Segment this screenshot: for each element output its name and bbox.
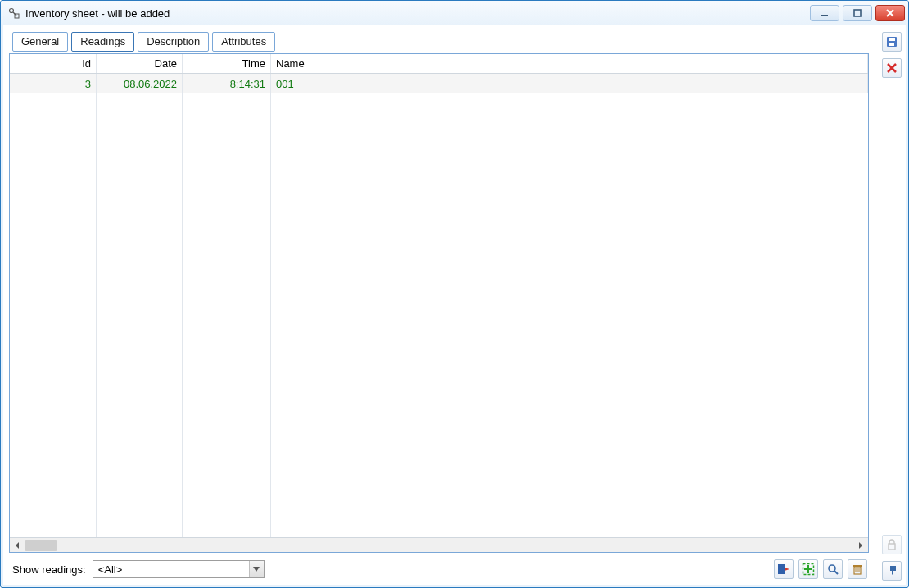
svg-rect-27	[889, 544, 895, 550]
column-header-date[interactable]: Date	[97, 54, 183, 73]
cell-time: 8:14:31	[183, 74, 271, 93]
combo-value: <All>	[98, 563, 123, 576]
cancel-button[interactable]	[882, 58, 902, 78]
readings-grid: Id Date Time Name 3 08.06.2022 8:14:31 0…	[9, 53, 869, 553]
footer-action-buttons	[774, 559, 867, 579]
svg-rect-23	[889, 38, 895, 41]
grid-vertical-lines	[10, 93, 868, 537]
export-button[interactable]	[774, 559, 794, 579]
svg-marker-7	[16, 542, 19, 549]
pin-button[interactable]	[882, 561, 902, 581]
svg-marker-8	[859, 542, 862, 549]
app-icon	[7, 7, 20, 20]
grid-header: Id Date Time Name	[10, 54, 868, 74]
show-readings-label: Show readings:	[12, 563, 86, 576]
show-readings-combo[interactable]: <All>	[93, 560, 265, 578]
client-area: General Readings Description Attributes …	[1, 25, 908, 587]
svg-line-16	[834, 571, 838, 574]
cell-date: 08.06.2022	[97, 74, 183, 93]
tab-description[interactable]: Description	[138, 32, 209, 52]
close-button[interactable]	[875, 5, 905, 21]
svg-rect-4	[854, 10, 861, 16]
delete-button[interactable]	[848, 559, 867, 579]
svg-point-0	[10, 9, 14, 13]
tab-attributes[interactable]: Attributes	[212, 32, 275, 52]
svg-marker-28	[890, 566, 896, 576]
main-column: General Readings Description Attributes …	[4, 29, 874, 584]
minimize-button[interactable]	[810, 5, 839, 21]
tab-readings[interactable]: Readings	[71, 32, 134, 52]
add-button[interactable]	[798, 559, 818, 579]
scroll-track[interactable]	[25, 538, 853, 552]
cell-name: 001	[271, 74, 868, 93]
window: Inventory sheet - will be added General …	[0, 0, 909, 588]
tab-general[interactable]: General	[12, 32, 68, 52]
search-button[interactable]	[823, 559, 843, 579]
window-title: Inventory sheet - will be added	[25, 7, 810, 20]
table-row[interactable]: 3 08.06.2022 8:14:31 001	[10, 74, 868, 93]
svg-rect-14	[804, 568, 812, 570]
titlebar: Inventory sheet - will be added	[1, 1, 908, 25]
column-header-id[interactable]: Id	[10, 54, 97, 73]
column-header-time[interactable]: Time	[183, 54, 271, 73]
grid-body[interactable]: 3 08.06.2022 8:14:31 001	[10, 74, 868, 537]
cell-id: 3	[10, 74, 97, 93]
scroll-right-icon[interactable]	[853, 538, 868, 553]
svg-rect-24	[889, 43, 894, 46]
scroll-thumb[interactable]	[25, 540, 57, 551]
lock-button[interactable]	[882, 535, 902, 554]
svg-rect-3	[821, 15, 828, 16]
chevron-down-icon	[249, 561, 264, 577]
window-buttons	[810, 5, 908, 21]
scroll-left-icon[interactable]	[10, 538, 25, 553]
tabs: General Readings Description Attributes	[4, 29, 874, 52]
svg-rect-18	[853, 565, 862, 567]
svg-point-15	[829, 565, 835, 572]
svg-marker-11	[785, 568, 789, 571]
horizontal-scrollbar[interactable]	[10, 537, 868, 552]
svg-marker-9	[253, 567, 260, 572]
maximize-button[interactable]	[843, 5, 872, 21]
footer-bar: Show readings: <All>	[4, 556, 874, 584]
save-button[interactable]	[882, 32, 902, 52]
column-header-name[interactable]: Name	[271, 54, 868, 73]
side-toolbar	[879, 29, 905, 584]
svg-rect-10	[778, 564, 785, 574]
